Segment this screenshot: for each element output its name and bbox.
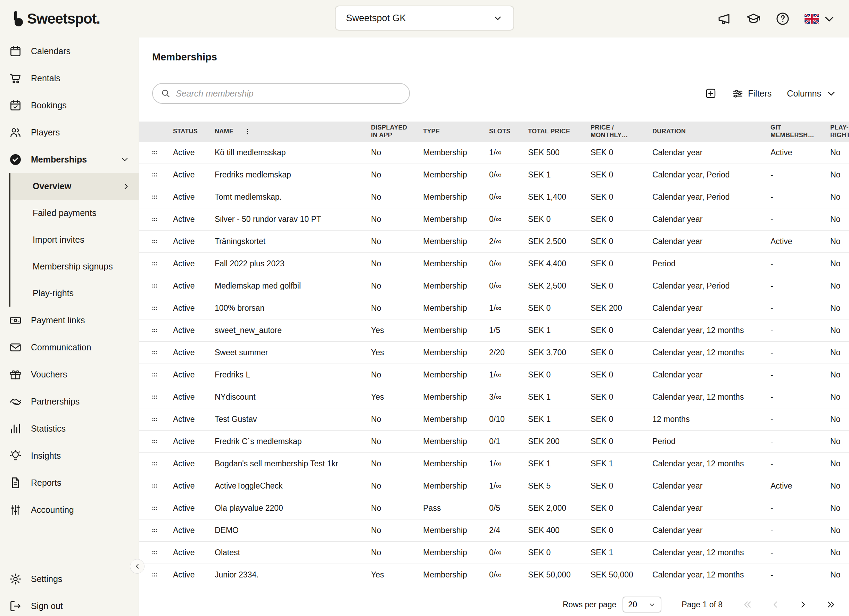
table-row[interactable]: ActiveJunior 2334.YesMembership0/∞SEK 50… xyxy=(139,564,849,586)
cell-status: Active xyxy=(170,503,212,513)
sidebar-subitem-overview[interactable]: Overview xyxy=(10,173,139,200)
sidebar-collapse-button[interactable] xyxy=(130,559,144,574)
table-row[interactable]: ActiveFredrik C´s medlemskapNoMembership… xyxy=(139,431,849,453)
sidebar-item-rentals[interactable]: Rentals xyxy=(0,65,139,92)
table-row[interactable]: ActiveTräningskortetNoMembership2/∞SEK 2… xyxy=(139,231,849,253)
table-row[interactable]: ActiveSilver - 50 rundor varav 10 PTNoMe… xyxy=(139,208,849,231)
sidebar-item-bookings[interactable]: Bookings xyxy=(0,92,139,119)
uk-flag-icon xyxy=(804,12,819,26)
academy-button[interactable] xyxy=(746,12,761,26)
membership-search[interactable] xyxy=(152,83,410,104)
drag-handle[interactable] xyxy=(139,281,170,291)
last-page-button[interactable] xyxy=(822,595,840,614)
cell-name: Träningskortet xyxy=(212,237,368,246)
sidebar-item-players[interactable]: Players xyxy=(0,119,139,146)
table-row[interactable]: ActiveNYdiscountYesMembership3/∞SEK 1SEK… xyxy=(139,386,849,408)
drag-handle[interactable] xyxy=(139,214,170,225)
search-input[interactable] xyxy=(176,89,402,99)
first-page-button[interactable] xyxy=(739,595,757,614)
table-row[interactable]: ActiveTest GustavNoMembership0/10SEK 1SE… xyxy=(139,408,849,431)
add-membership-button[interactable] xyxy=(705,88,716,99)
sidebar-item-partnerships[interactable]: Partnerships xyxy=(0,388,139,415)
sidebar-item-sign-out[interactable]: Sign out xyxy=(0,592,139,616)
table-row[interactable]: ActiveOlatestNoMembership0/∞SEK 0SEK 1Ca… xyxy=(139,542,849,564)
announcements-button[interactable] xyxy=(717,12,731,26)
drag-handle[interactable] xyxy=(139,303,170,314)
sidebar-subitem-play-rights[interactable]: Play-rights xyxy=(10,280,139,307)
drag-handle-icon xyxy=(149,348,160,358)
sidebar-subitem-membership-signups[interactable]: Membership signups xyxy=(10,253,139,280)
table-row[interactable]: ActiveBogdan's sell membership Test 1krN… xyxy=(139,453,849,475)
drag-handle[interactable] xyxy=(139,237,170,247)
table-row[interactable]: ActiveActiveToggleCheckNoMembership1/∞SE… xyxy=(139,475,849,497)
prev-page-button[interactable] xyxy=(766,595,784,614)
cell-git-membership: - xyxy=(768,437,827,446)
cell-status: Active xyxy=(170,281,212,291)
columns-button[interactable]: Columns xyxy=(787,88,837,99)
drag-handle[interactable] xyxy=(139,370,170,380)
help-button[interactable] xyxy=(775,12,790,26)
drag-handle[interactable] xyxy=(139,503,170,513)
cell-type: Membership xyxy=(420,304,486,313)
logo-mark-icon xyxy=(12,10,24,27)
drag-handle[interactable] xyxy=(139,192,170,202)
table-row[interactable]: Activesweet_new_autoreYesMembership1/5SE… xyxy=(139,320,849,342)
cell-slots: 1/5 xyxy=(486,326,525,335)
drag-handle[interactable] xyxy=(139,259,170,269)
drag-handle[interactable] xyxy=(139,548,170,558)
sidebar-item-memberships[interactable]: Memberships xyxy=(0,146,139,173)
table-row[interactable]: ActiveOla playvalue 2200NoPass0/5SEK 2,0… xyxy=(139,497,849,519)
kebab-icon[interactable] xyxy=(243,128,252,136)
club-selector[interactable]: Sweetspot GK xyxy=(335,6,514,31)
table-row[interactable]: ActiveMedlemskap med golfbilNoMembership… xyxy=(139,275,849,297)
drag-handle[interactable] xyxy=(139,348,170,358)
cell-name: 100% brorsan xyxy=(212,304,368,313)
sidebar-subitem-failed-payments[interactable]: Failed payments xyxy=(10,200,139,226)
language-selector[interactable] xyxy=(804,12,837,26)
drag-handle[interactable] xyxy=(139,459,170,469)
sidebar-item-accounting[interactable]: Accounting xyxy=(0,496,139,523)
sidebar-subitem-label: Membership signups xyxy=(33,262,113,272)
sidebar-item-label: Reports xyxy=(31,478,61,488)
sidebar-subitem-import-invites[interactable]: Import invites xyxy=(10,226,139,253)
drag-handle[interactable] xyxy=(139,414,170,425)
rows-per-page-select[interactable]: 20 xyxy=(623,597,661,613)
table-row[interactable]: ActiveFall 2022 plus 2023NoMembership0/∞… xyxy=(139,253,849,275)
column-label: SLOTS xyxy=(489,128,511,135)
cell-name: Fredriks medlemskap xyxy=(212,170,368,180)
table-row[interactable]: ActiveFredriks LNoMembership1/∞SEK 0SEK … xyxy=(139,364,849,386)
sidebar-item-settings[interactable]: Settings xyxy=(0,565,139,592)
cell-duration: Calendar year xyxy=(649,148,768,157)
table-row[interactable]: ActiveTomt medlemskap.NoMembership0/∞SEK… xyxy=(139,186,849,208)
table-row[interactable]: ActiveKö till medlemsskapNoMembership1/∞… xyxy=(139,142,849,164)
table-row[interactable]: ActiveFredriks medlemskapNoMembership0/∞… xyxy=(139,164,849,186)
table-row[interactable]: Active100% brorsanNoMembership1/∞SEK 0SE… xyxy=(139,297,849,320)
sidebar-item-payment-links[interactable]: Payment links xyxy=(0,307,139,334)
sidebar-item-vouchers[interactable]: Vouchers xyxy=(0,361,139,388)
drag-handle[interactable] xyxy=(139,481,170,491)
drag-handle[interactable] xyxy=(139,570,170,580)
cell-total-price: SEK 0 xyxy=(525,304,588,313)
sidebar-item-communication[interactable]: Communication xyxy=(0,334,139,361)
table-row[interactable]: ActiveDEMONoMembership2/4SEK 400SEK 0Cal… xyxy=(139,519,849,542)
drag-handle[interactable] xyxy=(139,147,170,158)
cell-status: Active xyxy=(170,548,212,557)
filters-button[interactable]: Filters xyxy=(732,88,772,99)
table-row[interactable]: ActiveSweet summerYesMembership2/20SEK 3… xyxy=(139,342,849,364)
cell-type: Membership xyxy=(420,192,486,202)
cell-name: Fredriks L xyxy=(212,370,368,379)
next-page-button[interactable] xyxy=(794,595,812,614)
drag-handle[interactable] xyxy=(139,170,170,180)
sidebar-item-statistics[interactable]: Statistics xyxy=(0,415,139,442)
drag-handle[interactable] xyxy=(139,525,170,536)
bar-chart-icon xyxy=(9,422,22,435)
cell-slots: 2/4 xyxy=(486,526,525,535)
cell-duration: Calendar year, 12 months xyxy=(649,392,768,402)
sidebar-item-calendars[interactable]: Calendars xyxy=(0,37,139,65)
drag-handle-icon xyxy=(149,392,160,402)
drag-handle[interactable] xyxy=(139,325,170,336)
drag-handle[interactable] xyxy=(139,392,170,402)
drag-handle[interactable] xyxy=(139,436,170,447)
sidebar-item-insights[interactable]: Insights xyxy=(0,442,139,469)
sidebar-item-reports[interactable]: Reports xyxy=(0,469,139,496)
